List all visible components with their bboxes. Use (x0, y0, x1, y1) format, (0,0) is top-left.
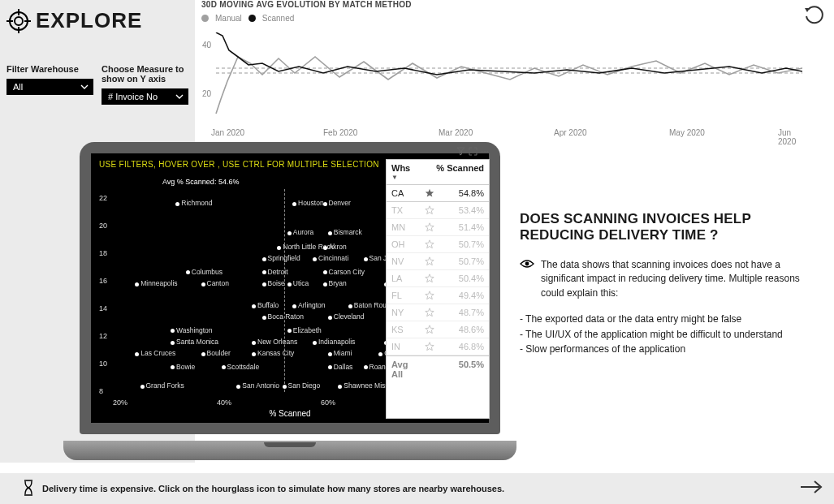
scatter-point-label: Springfield (268, 254, 300, 262)
scatter-point[interactable]: Grand Forks (140, 382, 184, 390)
hourglass-icon[interactable] (23, 480, 34, 498)
col-whs-label[interactable]: Whs (391, 163, 417, 173)
scatter-point-label: San Diego (288, 381, 321, 390)
scatter-point[interactable]: Boca Raton (262, 313, 304, 321)
scatter-point[interactable]: Elizabeth (287, 327, 322, 335)
scatter-point[interactable]: Minneapolis (135, 280, 177, 288)
scatter-point[interactable]: Denver (323, 200, 351, 208)
star-icon[interactable] (422, 291, 437, 300)
scatter-point[interactable]: Dallas (328, 364, 353, 372)
scatter-point-label: Elizabeth (293, 326, 322, 334)
filter-warehouse: Filter Warehouse All (6, 64, 93, 105)
table-row[interactable]: CA54.8% (387, 185, 489, 202)
x-tick: Jan 2020 (211, 128, 244, 137)
scatter-point[interactable]: Springfield (262, 255, 300, 263)
table-row[interactable]: NY48.7% (387, 304, 489, 321)
scatter-point-label: Boulder (207, 349, 231, 357)
scatter-point[interactable]: Detroit (262, 269, 288, 277)
star-icon[interactable] (422, 256, 437, 266)
scatter-point[interactable]: Buffalo (252, 302, 279, 310)
scatter-point[interactable]: New Orleans (252, 338, 297, 347)
star-icon[interactable] (422, 188, 437, 198)
table-row[interactable]: NV50.7% (387, 253, 489, 270)
scanned-by-whs-table[interactable]: ⋯ Whs ▼ % Scanned CA54.8%TX53.4%MN51.4%O… (386, 159, 490, 419)
table-row[interactable]: OH50.7% (387, 236, 489, 253)
star-icon[interactable] (422, 205, 437, 215)
table-header: Whs ▼ % Scanned (387, 160, 489, 185)
scatter-point-label: Boise (268, 279, 285, 287)
table-row[interactable]: FL49.4% (387, 287, 489, 304)
star-icon[interactable] (422, 239, 437, 249)
filter-measure-select[interactable]: # Invoice No (102, 88, 188, 105)
x-tick: Jun 2020 (778, 128, 802, 146)
sy-tick: 14 (99, 304, 107, 312)
scatter-point[interactable]: Santa Monica (171, 338, 218, 347)
scatter-point[interactable]: Arlington (292, 302, 326, 310)
scatter-point[interactable]: Richmond (175, 200, 212, 208)
line-chart-plot[interactable]: 40 20 Jan 2020 Feb 2020 Mar 2020 Apr 202… (201, 32, 802, 138)
scatter-point[interactable]: Bowie (171, 364, 195, 372)
sort-desc-icon[interactable]: ▼ (391, 174, 417, 181)
scatter-point[interactable]: Cleveland (328, 313, 365, 321)
scatter-point-label: Utica (293, 279, 309, 287)
footer-value: 50.5% (437, 356, 489, 382)
table-footer: Avg All 50.5% (387, 355, 489, 382)
scatter-point[interactable]: Bryan (323, 280, 347, 288)
more-icon[interactable]: ⋯ (481, 147, 489, 157)
focus-icon[interactable] (469, 147, 477, 157)
filter-warehouse-select[interactable]: All (6, 79, 93, 95)
svg-point-1 (15, 17, 23, 25)
scatter-point[interactable]: Boulder (201, 350, 231, 358)
scatter-point[interactable]: Kansas City (252, 350, 294, 358)
analysis-bullet: - Slow performances of the application (520, 342, 822, 357)
scatter-point-label: Indianapolis (318, 338, 355, 346)
filter-icon[interactable] (456, 147, 465, 157)
cell-whs: KS (387, 321, 422, 338)
star-icon[interactable] (422, 274, 437, 283)
scatter-point[interactable]: Las Cruces (135, 350, 175, 358)
table-row[interactable]: IN46.8% (387, 338, 489, 355)
table-row[interactable]: MN51.4% (387, 219, 489, 236)
scatter-point[interactable]: Washington (171, 327, 213, 335)
scatter-point-label: Dallas (334, 363, 353, 371)
scatter-point[interactable]: Scottsdale (222, 364, 260, 372)
scatter-point[interactable]: Utica (287, 280, 309, 288)
star-icon[interactable] (422, 222, 437, 232)
scatter-point[interactable]: Columbus (186, 269, 223, 277)
scatter-point[interactable]: Indianapolis (313, 338, 355, 347)
undo-icon[interactable] (803, 5, 824, 29)
table-row[interactable]: KS48.6% (387, 321, 489, 338)
star-icon[interactable] (422, 342, 437, 351)
scatter-point-label: Houston (298, 199, 324, 207)
y-tick: 20 (195, 89, 211, 98)
scatter-point[interactable]: Bismarck (328, 229, 362, 237)
scatter-point[interactable]: Carson City (323, 269, 365, 277)
col-scanned-label[interactable]: % Scanned (422, 160, 489, 184)
scatter-point[interactable]: San Diego (283, 382, 321, 390)
cell-whs: IN (387, 338, 422, 355)
table-row[interactable]: TX53.4% (387, 202, 489, 219)
scatter-point-label: Scottsdale (227, 363, 260, 371)
analysis-panel: DOES SCANNING INVOICES HELP REDUCING DEL… (520, 211, 822, 357)
scatter-point[interactable]: San Antonio (236, 382, 279, 390)
scatter-point[interactable]: Boise (262, 280, 285, 288)
analysis-headline: DOES SCANNING INVOICES HELP REDUCING DEL… (520, 211, 822, 243)
table-row[interactable]: LA50.4% (387, 270, 489, 287)
footer-text: Delivery time is expensive. Click on the… (42, 484, 504, 493)
scatter-point[interactable]: Miami (328, 350, 352, 358)
sy-tick: 22 (99, 194, 107, 202)
star-icon[interactable] (422, 325, 437, 334)
cell-whs: LA (387, 270, 422, 286)
scatter-point[interactable]: Cincinnati (313, 255, 348, 263)
next-arrow-icon[interactable] (800, 480, 823, 498)
y-tick: 40 (195, 41, 211, 50)
scatter-point[interactable]: Aurora (287, 229, 314, 237)
scatter-point[interactable]: Houston (292, 200, 324, 208)
chevron-down-icon (175, 93, 184, 102)
eye-icon (520, 258, 534, 300)
scatter-point-label: Richmond (181, 199, 212, 207)
analysis-lede: The data shows that scanning invoices do… (541, 258, 822, 300)
scatter-point[interactable]: Akron (323, 243, 347, 252)
scatter-point[interactable]: Canton (201, 280, 229, 288)
star-icon[interactable] (422, 308, 437, 317)
